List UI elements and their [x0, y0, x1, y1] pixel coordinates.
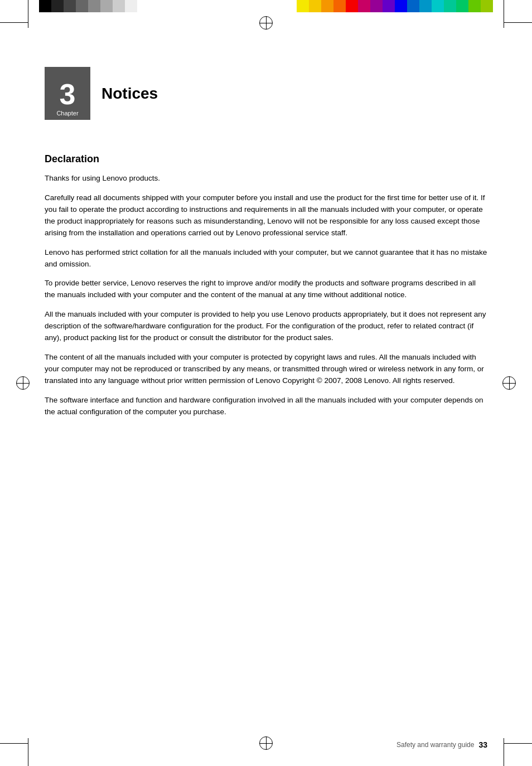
registration-mark-bottom	[259, 736, 273, 750]
footer-page-number: 33	[478, 740, 487, 749]
declaration-paragraph-2: Carefully read all documents shipped wit…	[45, 192, 487, 239]
registration-mark-top	[259, 16, 273, 30]
registration-mark-right	[502, 376, 516, 390]
chapter-title: Notices	[101, 85, 158, 103]
chapter-label: Chapter	[56, 110, 78, 117]
declaration-section: Declaration Thanks for using Lenovo prod…	[45, 153, 487, 418]
chapter-header: 3 Chapter Notices	[45, 67, 487, 120]
page-content: 3 Chapter Notices Declaration Thanks for…	[45, 45, 487, 733]
declaration-paragraph-5: All the manuals included with your compu…	[45, 309, 487, 344]
declaration-paragraph-4: To provide better service, Lenovo reserv…	[45, 278, 487, 301]
declaration-paragraph-3: Lenovo has performed strict collation fo…	[45, 247, 487, 270]
declaration-paragraph-7: The software interface and function and …	[45, 395, 487, 418]
color-bar	[297, 0, 493, 12]
chapter-box: 3 Chapter	[45, 67, 90, 120]
footer-guide-label: Safety and warranty guide	[396, 741, 474, 749]
registration-mark-left	[16, 376, 30, 390]
declaration-heading: Declaration	[45, 153, 487, 165]
page-footer: Safety and warranty guide 33	[396, 740, 487, 749]
grayscale-bar	[39, 0, 149, 12]
chapter-number: 3	[60, 80, 76, 109]
declaration-paragraph-6: The content of all the manuals included …	[45, 352, 487, 387]
declaration-paragraph-1: Thanks for using Lenovo products.	[45, 173, 487, 185]
